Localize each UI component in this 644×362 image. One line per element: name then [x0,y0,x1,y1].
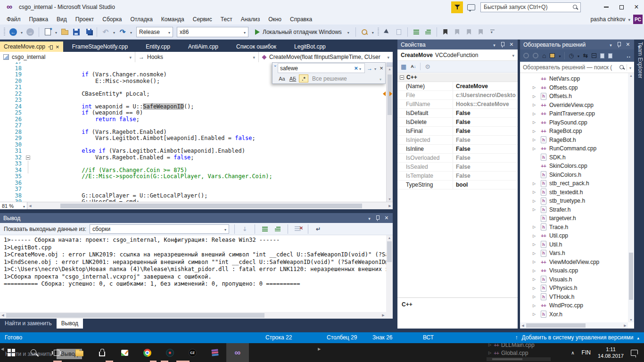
menu-item[interactable]: Справка [286,14,316,25]
expand-arrow-icon[interactable] [533,112,541,116]
expand-arrow-icon[interactable] [533,242,541,247]
scrollbar-thumb[interactable] [629,253,633,300]
expand-arrow-icon[interactable] [533,277,541,281]
tree-item[interactable]: SDK.h [520,153,634,162]
filter-caret-icon[interactable] [578,52,579,59]
menu-item[interactable]: Окно [264,14,286,25]
fold-margin[interactable] [22,193,34,199]
scroll-down-icon[interactable] [387,197,393,202]
tree-item[interactable]: targetver.h [520,214,634,223]
fold-margin[interactable] [22,186,34,193]
decrease-indent-button[interactable] [411,27,421,37]
expand-arrow-icon[interactable] [533,138,541,142]
tree-item[interactable]: OverrideView.cpp [520,101,634,110]
property-row[interactable]: (Name) CreateMove [397,82,518,91]
scroll-left-icon[interactable] [27,203,33,209]
output-source-combo[interactable]: сборки [90,224,229,234]
auto-hide-pin-icon[interactable] [376,215,380,221]
pin-icon[interactable] [48,45,53,49]
home-icon[interactable] [542,52,546,59]
fold-margin[interactable] [22,72,34,78]
output-panel-header[interactable]: Вывод [0,213,393,223]
property-row[interactable]: IsFinal False [397,127,518,136]
find-in-files-button[interactable] [359,27,370,37]
fold-margin[interactable] [22,123,34,129]
fold-margin[interactable] [22,104,34,110]
clear-output-button[interactable] [293,224,303,234]
window-position-caret-icon[interactable] [368,215,371,222]
match-case-toggle[interactable]: Aa [277,74,287,82]
expand-arrow-icon[interactable] [533,234,541,238]
redo-button[interactable] [117,27,128,37]
toggle-bookmark-button[interactable] [440,27,451,37]
next-bookmark-button[interactable] [464,27,474,37]
output-horizontal-scrollbar[interactable] [0,312,386,319]
cz-app-button[interactable]: CZ [181,343,204,362]
property-row[interactable]: File c:\Users\necro\Deskto [397,91,518,100]
solution-vertical-scrollbar[interactable] [628,73,634,322]
scroll-right-icon[interactable] [622,322,628,329]
switch-views-caret-icon[interactable] [559,52,561,59]
tab-find-replace[interactable]: Найти и заменить [0,319,57,329]
previous-bookmark-button[interactable] [452,27,462,37]
fold-collapse-icon[interactable] [26,156,30,160]
tree-item[interactable]: Xor.h [520,310,634,319]
close-panel-icon[interactable] [385,215,388,222]
tree-item[interactable]: RageBot.h [520,136,634,145]
fold-margin[interactable] [22,155,34,161]
toolbar-grip[interactable] [4,28,5,36]
solution-horizontal-scrollbar[interactable] [520,322,628,329]
expand-arrow-icon[interactable] [533,251,541,255]
properties-panel-header[interactable]: Свойства [397,40,518,49]
property-row[interactable]: IsTemplate False [397,172,518,181]
expand-arrow-icon[interactable] [533,129,541,133]
expand-arrow-icon[interactable] [533,94,541,99]
navigate-back-button[interactable] [8,27,18,37]
document-tab[interactable]: AntiAim.cpp [179,41,227,52]
fold-margin[interactable] [22,167,34,174]
fold-margin[interactable] [22,97,34,104]
tree-item[interactable]: WndProc.cpp [520,301,634,310]
fold-margin[interactable] [22,135,34,142]
auto-hide-pin-icon[interactable] [617,42,621,48]
increase-indent-button[interactable] [423,27,433,37]
keyboard-layout-indicator[interactable]: FIN [582,349,591,356]
clock[interactable]: 1:11 14.08.2017 [598,346,624,359]
tree-item[interactable]: stb_rect_pack.h [520,179,634,188]
tree-item[interactable]: PlaySound.cpp [520,118,634,127]
tree-item[interactable]: Offsets.h [520,92,634,101]
find-input[interactable]: safewe [278,63,365,73]
toolbar-overflow-icon[interactable] [627,52,631,59]
output-vertical-scrollbar[interactable] [386,235,393,312]
fold-margin[interactable] [22,148,34,155]
tree-item[interactable]: PaintTraverse.cpp [520,109,634,118]
menu-item[interactable]: Команда [157,14,189,25]
pending-changes-filter-icon[interactable] [569,52,573,59]
search-caret-icon[interactable] [629,64,631,71]
property-row[interactable]: IsDefault False [397,109,518,118]
collapse-category-icon[interactable] [400,75,404,80]
tree-item[interactable]: Visuals.h [520,275,634,284]
team-explorer-tab-label[interactable]: Team Explorer [637,42,644,78]
avatar[interactable]: PC [633,15,643,24]
document-tab[interactable]: FrameStageNotify.cpp [63,41,137,52]
window-position-caret-icon[interactable] [493,41,495,48]
properties-object-dropdown[interactable]: CreateMove VCCodeFunction [397,49,518,61]
navigate-to-button[interactable] [382,27,392,37]
chrome-button[interactable] [136,343,158,362]
property-row[interactable]: TypeString bool [397,181,518,189]
property-row[interactable]: FullName Hooks::CreateMove [397,100,518,109]
expand-arrow-icon[interactable] [533,304,541,308]
copy-button[interactable] [394,27,404,37]
recorder-button[interactable] [158,343,181,362]
platform-combo[interactable]: x86 [177,27,248,37]
next-message-button[interactable] [273,224,282,234]
properties-category-row[interactable]: C++ [397,73,518,82]
close-button[interactable] [629,1,644,13]
fold-margin[interactable] [22,91,34,98]
menu-item[interactable]: Вид [52,14,71,25]
undo-caret-icon[interactable] [112,29,116,35]
word-wrap-button[interactable] [314,224,323,234]
menu-item[interactable]: Файл [2,14,25,25]
fold-margin[interactable] [22,116,34,123]
